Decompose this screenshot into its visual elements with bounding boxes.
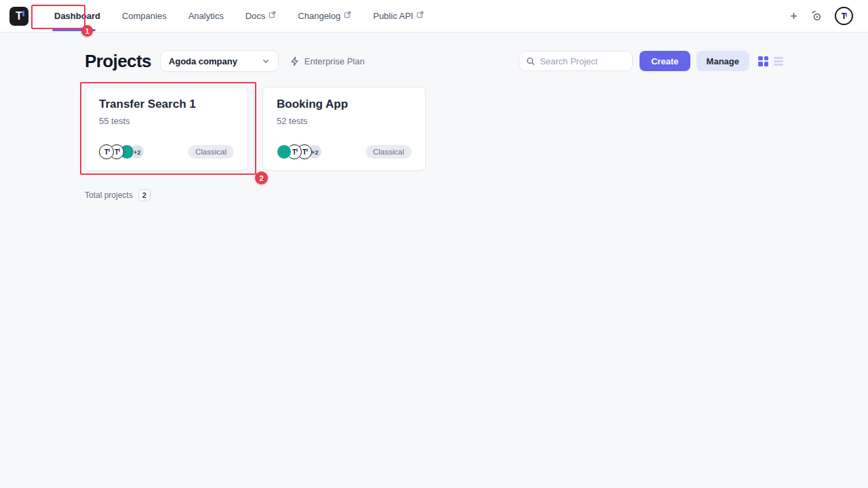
navbar-right-actions: + T bbox=[790, 7, 859, 25]
nav-item-docs[interactable]: Docs bbox=[235, 0, 288, 33]
member-avatar-accent bbox=[307, 148, 308, 152]
nav-item-changelog[interactable]: Changelog bbox=[287, 0, 362, 33]
project-name: Booking App bbox=[277, 98, 412, 111]
grid-view-icon[interactable] bbox=[758, 56, 768, 66]
nav-item-companies-label: Companies bbox=[122, 11, 167, 21]
create-button[interactable]: Create bbox=[639, 51, 690, 71]
company-selector[interactable]: Agoda company bbox=[160, 50, 279, 72]
member-avatar-accent bbox=[296, 148, 298, 152]
member-avatars: T T +2 bbox=[99, 144, 144, 159]
member-avatar-accent bbox=[119, 148, 120, 152]
page-header-row: Projects Agoda company Enterprise Plan C… bbox=[85, 50, 783, 72]
projects-grid: Transfer Search 1 55 tests T T +2 Classi… bbox=[85, 87, 783, 171]
company-selector-value: Agoda company bbox=[169, 56, 237, 66]
main-nav: Dashboard Companies Analytics Docs Chang… bbox=[43, 0, 435, 33]
project-tests-count: 55 tests bbox=[99, 116, 234, 126]
external-link-icon bbox=[344, 11, 351, 18]
project-card-transfer-search-1[interactable]: Transfer Search 1 55 tests T T +2 Classi… bbox=[85, 87, 248, 171]
nav-item-public-api-label: Public API bbox=[373, 11, 413, 21]
nav-item-companies[interactable]: Companies bbox=[111, 0, 178, 33]
total-projects-count: 2 bbox=[138, 189, 151, 201]
nav-item-dashboard-label: Dashboard bbox=[54, 11, 100, 21]
project-type-badge: Classical bbox=[366, 145, 412, 159]
page-title: Projects bbox=[85, 51, 151, 72]
active-tab-underline bbox=[52, 29, 96, 31]
feed-search-icon[interactable] bbox=[810, 9, 823, 22]
nav-item-analytics-label: Analytics bbox=[189, 11, 224, 21]
avatar-logo-accent bbox=[846, 13, 847, 17]
project-type-badge: Classical bbox=[188, 145, 234, 159]
card-bottom-row: T T +2 Classical bbox=[99, 144, 234, 159]
nav-item-public-api[interactable]: Public API bbox=[362, 0, 435, 33]
project-tests-count: 52 tests bbox=[277, 116, 412, 126]
total-projects-row: Total projects 2 bbox=[85, 189, 783, 201]
manage-button[interactable]: Manage bbox=[696, 51, 749, 71]
plan-indicator[interactable]: Enterprise Plan bbox=[290, 56, 365, 66]
zap-icon bbox=[290, 56, 300, 66]
external-link-icon bbox=[416, 11, 424, 18]
member-avatars: T T +2 bbox=[277, 144, 322, 159]
member-avatar-accent bbox=[108, 148, 110, 152]
search-icon bbox=[526, 57, 535, 66]
brand-logo-letter: T bbox=[16, 10, 22, 22]
add-icon[interactable]: + bbox=[790, 9, 797, 22]
nav-item-changelog-label: Changelog bbox=[298, 11, 340, 21]
project-name: Transfer Search 1 bbox=[99, 98, 234, 111]
member-avatar-logo: T bbox=[99, 144, 114, 159]
user-avatar[interactable]: T bbox=[835, 7, 853, 25]
card-bottom-row: T T +2 Classical bbox=[277, 144, 412, 159]
external-link-icon bbox=[269, 11, 276, 18]
brand-logo-accent bbox=[22, 11, 24, 16]
project-search bbox=[519, 51, 633, 71]
main-content: Projects Agoda company Enterprise Plan C… bbox=[0, 33, 868, 201]
list-view-icon[interactable] bbox=[774, 57, 783, 66]
total-projects-label: Total projects bbox=[85, 190, 133, 200]
brand-logo[interactable]: T bbox=[9, 7, 28, 26]
chevron-down-icon bbox=[262, 57, 270, 65]
nav-item-analytics[interactable]: Analytics bbox=[178, 0, 235, 33]
nav-item-docs-label: Docs bbox=[245, 11, 266, 21]
view-toggles bbox=[758, 56, 783, 66]
nav-item-dashboard[interactable]: Dashboard bbox=[43, 0, 111, 33]
search-input[interactable] bbox=[540, 56, 625, 66]
member-avatar-teal bbox=[277, 144, 292, 159]
plan-label: Enterprise Plan bbox=[304, 56, 365, 66]
top-navbar: T Dashboard Companies Analytics Docs Cha… bbox=[0, 0, 868, 33]
project-card-booking-app[interactable]: Booking App 52 tests T T +2 Classical bbox=[262, 87, 426, 171]
